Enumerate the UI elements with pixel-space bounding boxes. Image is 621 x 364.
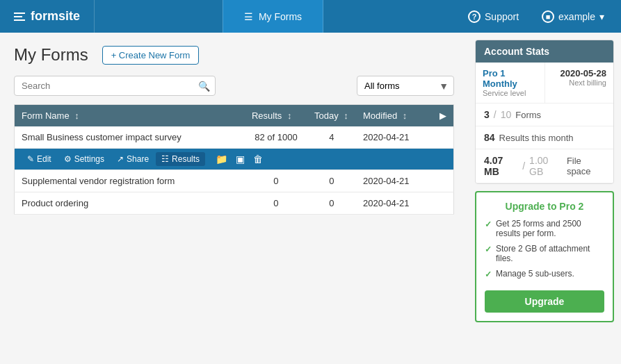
file-separator: / [522, 160, 525, 172]
filter-select[interactable]: All forms Favorites Recent [357, 76, 454, 96]
forms-table: Form Name ↕ Results ↕ Today ↕ Modified ↕ [14, 104, 454, 215]
form-name-cell: Supplemental vendor registration form [15, 170, 245, 192]
share-label: Share [127, 154, 149, 164]
delete-icon[interactable]: 🗑 [251, 151, 265, 167]
nav-my-forms[interactable]: ☰ My Forms [223, 0, 323, 33]
results-label: Results [172, 154, 200, 164]
create-new-form-button[interactable]: + Create New Form [102, 46, 200, 65]
billing-label: Next billing [552, 78, 607, 87]
search-box: 🔍 [14, 76, 216, 96]
results-count: 84 [484, 132, 495, 143]
upgrade-item-text: Store 2 GB of attachment files. [496, 244, 604, 263]
check-icon: ✓ [485, 220, 492, 229]
edit-label: Edit [37, 154, 51, 164]
filter-wrapper: All forms Favorites Recent ▼ [357, 76, 454, 96]
th-form-name[interactable]: Form Name ↕ [15, 105, 245, 127]
nav-my-forms-label: My Forms [259, 11, 302, 22]
service-name: Pro 1 Monthly [483, 68, 538, 89]
modified-cell: 2020-04-21 [356, 170, 433, 192]
sort-icon: ↕ [344, 110, 348, 121]
th-today[interactable]: Today ↕ [307, 105, 356, 127]
pencil-icon: ✎ [27, 154, 34, 164]
results-button[interactable]: ☷ Results [156, 152, 205, 166]
file-used: 4.07 MB [484, 155, 518, 177]
form-name: Product ordering [22, 198, 88, 208]
sort-icon: ↕ [74, 110, 79, 121]
today-cell: 4 [307, 126, 356, 149]
table-row: Small Business customer impact survey 82… [15, 126, 454, 149]
stats-header: Account Stats [476, 40, 613, 63]
form-name: Small Business customer impact survey [22, 132, 182, 142]
billing-date: 2020-05-28 [552, 68, 607, 78]
support-button[interactable]: ? Support [458, 6, 529, 27]
logo-icon [14, 13, 25, 21]
search-filter-row: 🔍 All forms Favorites Recent ▼ [14, 76, 454, 96]
file-stat-row: 4.07 MB / 1.00 GB File space [476, 149, 613, 183]
account-label: example [558, 11, 595, 22]
billing-info: 2020-05-28 Next billing [545, 63, 614, 103]
check-icon: ✓ [485, 270, 492, 279]
nav-center: ☰ My Forms [95, 0, 451, 33]
forms-separator: / [494, 109, 497, 120]
account-icon: ■ [542, 10, 554, 23]
form-name-cell: Small Business customer impact survey [15, 126, 245, 149]
forms-total: 10 [501, 109, 512, 120]
logo[interactable]: formsite [0, 0, 95, 33]
account-button[interactable]: ■ example ▾ [532, 6, 614, 27]
folder-icon[interactable]: 📁 [213, 151, 229, 167]
check-icon: ✓ [485, 245, 492, 254]
action-row: ✎ Edit ⚙ Settings ↗ Share [15, 149, 454, 170]
forms-used: 3 [484, 109, 490, 120]
upgrade-card: Upgrade to Pro 2 ✓ Get 25 forms and 2500… [475, 191, 614, 322]
upgrade-button[interactable]: Upgrade [485, 290, 604, 313]
results-label: Results this month [499, 133, 574, 143]
account-stats-card: Account Stats Pro 1 Monthly Service leve… [475, 40, 614, 184]
upgrade-item-3: ✓ Manage 5 sub-users. [485, 269, 604, 279]
logo-text: formsite [31, 9, 80, 24]
account-caret-icon: ▾ [599, 11, 604, 22]
forms-label: Forms [515, 110, 541, 120]
forms-stat-row: 3 / 10 Forms [476, 104, 613, 126]
results-cell: 82 of 1000 [245, 126, 307, 149]
search-input[interactable] [14, 76, 216, 96]
action-icons: 📁 ▣ 🗑 [213, 151, 265, 167]
play-icon: ▶ [439, 110, 446, 121]
upgrade-title: Upgrade to Pro 2 [485, 201, 604, 212]
action-buttons: ✎ Edit ⚙ Settings ↗ Share [22, 151, 446, 167]
sort-icon: ↕ [287, 110, 292, 121]
run-cell [433, 170, 454, 192]
upgrade-item-2: ✓ Store 2 GB of attachment files. [485, 244, 604, 263]
table-row: Product ordering 0 0 2020-04-21 [15, 192, 454, 215]
copy-icon[interactable]: ▣ [234, 151, 247, 167]
service-info: Pro 1 Monthly Service level [476, 63, 545, 103]
service-level-label: Service level [483, 89, 538, 97]
gear-icon: ⚙ [64, 154, 72, 164]
settings-label: Settings [74, 154, 104, 164]
th-modified[interactable]: Modified ↕ [356, 105, 433, 127]
share-button[interactable]: ↗ Share [111, 152, 154, 166]
action-cell: ✎ Edit ⚙ Settings ↗ Share [15, 149, 454, 170]
right-panel: Account Stats Pro 1 Monthly Service leve… [468, 33, 621, 364]
table-icon: ☷ [161, 154, 169, 164]
edit-button[interactable]: ✎ Edit [22, 152, 57, 166]
th-actions: ▶ [433, 105, 454, 127]
upgrade-item-text: Get 25 forms and 2500 results per form. [496, 219, 604, 238]
th-results[interactable]: Results ↕ [245, 105, 307, 127]
results-cell: 0 [245, 192, 307, 215]
content-area: My Forms + Create New Form 🔍 All forms F… [0, 33, 468, 364]
file-label: File space [567, 156, 605, 176]
modified-cell: 2020-04-21 [356, 126, 433, 149]
today-cell: 0 [307, 192, 356, 215]
table-header-row: Form Name ↕ Results ↕ Today ↕ Modified ↕ [15, 105, 454, 127]
results-stat-row: 84 Results this month [476, 126, 613, 149]
share-icon: ↗ [117, 154, 124, 164]
results-cell: 0 [245, 170, 307, 192]
upgrade-item-text: Manage 5 sub-users. [496, 269, 574, 279]
forms-icon: ☰ [244, 11, 253, 22]
page-header: My Forms + Create New Form [14, 45, 454, 65]
settings-button[interactable]: ⚙ Settings [58, 152, 110, 166]
upgrade-item-1: ✓ Get 25 forms and 2500 results per form… [485, 219, 604, 238]
run-cell [433, 126, 454, 149]
page-title: My Forms [14, 45, 88, 65]
support-label: Support [485, 11, 519, 22]
